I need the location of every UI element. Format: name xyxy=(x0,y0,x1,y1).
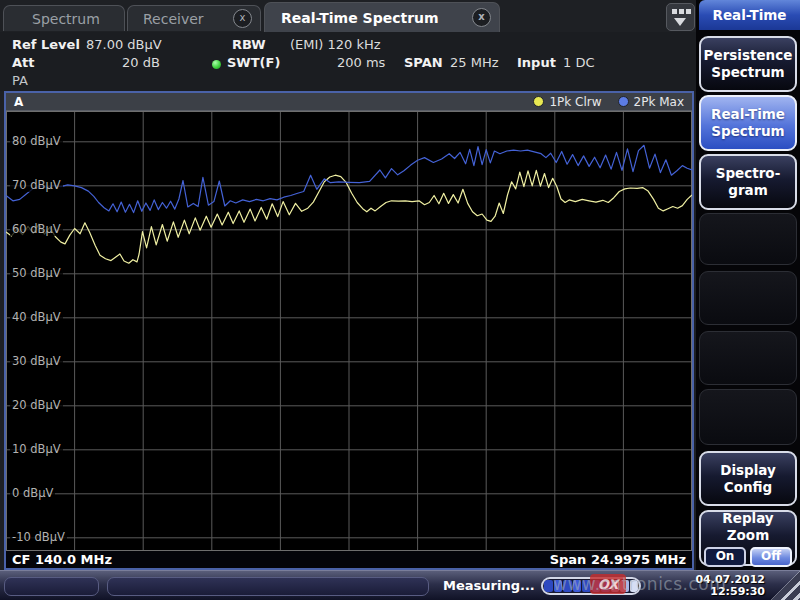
settings-header: Ref Level 87.00 dBµV RBW (EMI) 120 kHz A… xyxy=(0,32,696,91)
measurement-window: A 1Pk Clrw2Pk Max 80 dBµV70 dBµV60 dBµV5… xyxy=(4,91,694,570)
progress-segment xyxy=(544,580,553,592)
trace-color-dot-icon xyxy=(533,96,544,107)
softkey-replay-zoom[interactable]: Replay ZoomOnOff xyxy=(699,510,797,566)
replay-zoom-off-button[interactable]: Off xyxy=(750,547,792,567)
close-icon[interactable]: x xyxy=(233,9,252,28)
rbw-label: RBW xyxy=(232,37,266,52)
spectrum-plot-svg xyxy=(6,111,692,551)
trace-color-dot-icon xyxy=(618,96,629,107)
softkey-real-time-spectrum[interactable]: Real-Time Spectrum xyxy=(699,95,797,151)
ref-level-label: Ref Level xyxy=(12,37,80,52)
softkey-persistence-spectrum[interactable]: Persistence Spectrum xyxy=(699,36,797,92)
y-axis-tick-label: 70 dBµV xyxy=(10,178,63,192)
input-value[interactable]: 1 DC xyxy=(563,55,595,70)
legend-label: 1Pk Clrw xyxy=(549,95,601,109)
ref-level-value[interactable]: 87.00 dBµV xyxy=(86,37,162,52)
softkey-display-config[interactable]: Display Config xyxy=(699,451,797,506)
legend-item-1pk-clrw: 1Pk Clrw xyxy=(533,95,601,109)
close-icon[interactable]: x xyxy=(472,8,491,27)
tab-label: Receiver xyxy=(128,11,204,27)
replay-zoom-toggle: OnOff xyxy=(704,547,792,567)
softkey-label: Replay Zoom xyxy=(722,510,773,544)
softkey-label: Real-Time Spectrum xyxy=(711,106,785,140)
att-value[interactable]: 20 dB xyxy=(122,55,160,70)
tab-list-dropdown-button[interactable] xyxy=(666,3,695,31)
frequency-readout-bar: CF 140.0 MHz Span 24.9975 MHz xyxy=(6,551,692,568)
tab-receiver[interactable]: Receiver x xyxy=(127,5,261,31)
tab-real-time-spectrum[interactable]: Real-Time Spectrum x xyxy=(264,2,500,32)
softkey-spectro--gram[interactable]: Spectro- gram xyxy=(699,154,797,210)
y-axis-tick-label: 20 dBµV xyxy=(10,398,63,412)
swt-label: SWT(F) xyxy=(227,55,280,70)
tab-list-icon xyxy=(672,9,691,14)
window-title-bar: A 1Pk Clrw2Pk Max xyxy=(6,93,692,111)
trace-legend: 1Pk Clrw2Pk Max xyxy=(533,95,684,109)
att-label: Att xyxy=(12,55,35,70)
instrument-screen: Spectrum Receiver x Real-Time Spectrum x… xyxy=(0,0,800,600)
softkey-menu-title: Real-Time xyxy=(699,0,800,30)
softkey-label: Persistence Spectrum xyxy=(704,47,793,81)
softkey-label: Spectro- gram xyxy=(716,165,781,199)
tab-bar: Spectrum Receiver x Real-Time Spectrum x xyxy=(0,0,696,32)
softkey-empty-3[interactable] xyxy=(699,213,797,265)
swt-value[interactable]: 200 ms xyxy=(337,55,385,70)
hotkey-slot-1[interactable] xyxy=(4,577,99,596)
softkey-empty-4[interactable] xyxy=(699,271,797,325)
sweep-status-led xyxy=(212,60,221,69)
span-label: SPAN xyxy=(404,55,443,70)
span-readout[interactable]: Span 24.9975 MHz xyxy=(550,552,686,567)
hotkey-slot-2[interactable] xyxy=(107,577,429,596)
span-value[interactable]: 25 MHz xyxy=(450,55,499,70)
measurement-status-text: Measuring... xyxy=(443,578,535,593)
y-axis-tick-label: 40 dBµV xyxy=(10,310,63,324)
transducer-indicator: PA xyxy=(12,73,28,88)
y-axis-tick-label: 50 dBµV xyxy=(10,266,63,280)
y-axis-tick-label: 30 dBµV xyxy=(10,354,63,368)
rbw-value[interactable]: (EMI) 120 kHz xyxy=(290,37,381,52)
y-axis-tick-label: 10 dBµV xyxy=(10,442,63,456)
legend-item-2pk-max: 2Pk Max xyxy=(618,95,684,109)
input-label: Input xyxy=(517,55,556,70)
corner-grip-icon xyxy=(771,571,800,600)
replay-zoom-on-button[interactable]: On xyxy=(704,547,746,567)
softkey-label: Display Config xyxy=(720,462,776,496)
watermark: www.cntronics.com xyxy=(553,574,726,594)
tab-label: Real-Time Spectrum xyxy=(265,10,439,26)
y-axis-tick-label: 80 dBµV xyxy=(10,134,63,148)
y-axis-tick-label: 0 dBµV xyxy=(10,486,55,500)
window-label: A xyxy=(14,95,23,109)
tab-label: Spectrum xyxy=(4,11,100,27)
y-axis-tick-label: -10 dBµV xyxy=(10,530,67,544)
softkey-empty-5[interactable] xyxy=(699,331,797,385)
softkey-sidebar: Real-Time Persistence SpectrumReal-Time … xyxy=(696,0,800,570)
tab-spectrum[interactable]: Spectrum xyxy=(3,5,125,31)
center-frequency-readout[interactable]: CF 140.0 MHz xyxy=(12,552,112,567)
spectrum-plot-area[interactable] xyxy=(6,111,692,551)
chevron-down-icon xyxy=(674,18,686,26)
y-axis-tick-label: 60 dBµV xyxy=(10,222,63,236)
softkey-empty-6[interactable] xyxy=(699,389,797,445)
legend-label: 2Pk Max xyxy=(634,95,684,109)
